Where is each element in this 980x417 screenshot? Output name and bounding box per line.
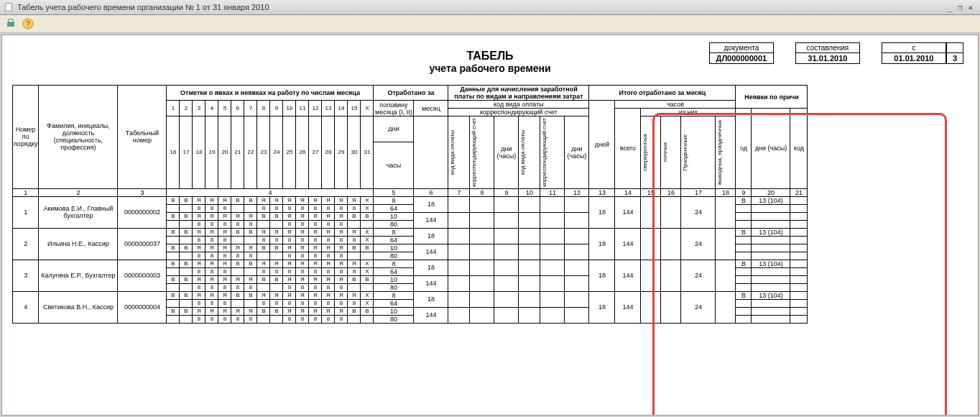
doc-icon — [4, 2, 14, 12]
timesheet-table: Номер по порядкуФамилия, инициалы, должн… — [12, 85, 808, 324]
window-title: Табель учета рабочего времени организаци… — [17, 3, 269, 12]
print-icon[interactable] — [4, 17, 17, 30]
header-meta: документа ДЛ000000001 составления 31.01.… — [709, 42, 963, 64]
meta-doc: документа ДЛ000000001 — [709, 42, 774, 64]
svg-rect-1 — [7, 22, 14, 27]
document-page: документа ДЛ000000001 составления 31.01.… — [1, 35, 979, 416]
minimize-button[interactable]: _ — [944, 3, 955, 12]
close-button[interactable]: ✕ — [965, 3, 976, 12]
help-icon[interactable]: ? — [22, 17, 34, 30]
meta-from: с 01.01.2010 — [882, 42, 946, 64]
titlebar: Табель учета рабочего времени организаци… — [0, 0, 980, 15]
svg-rect-2 — [9, 19, 13, 22]
maximize-button[interactable]: ❐ — [955, 3, 966, 12]
toolbar: ? — [0, 15, 980, 33]
meta-extra: 3 — [946, 42, 963, 64]
svg-text:?: ? — [26, 20, 30, 28]
svg-rect-0 — [6, 4, 12, 12]
meta-comp: составления 31.01.2010 — [795, 42, 860, 64]
